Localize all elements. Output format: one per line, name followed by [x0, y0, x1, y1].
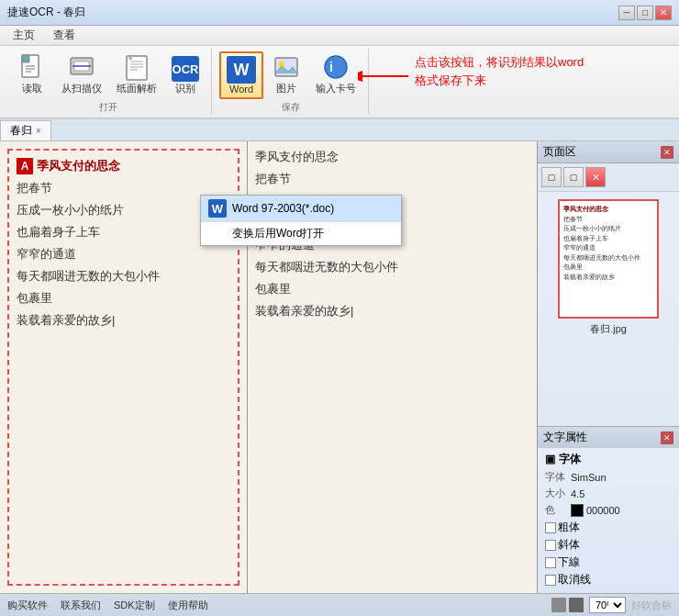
- prop-color-label: 色: [545, 503, 571, 517]
- right-panel: 页面区 ✕ □ □ ✕ 季风支付的思念 把春节 压成一枚小小的纸片 也扁着身子上…: [537, 141, 679, 593]
- image-button[interactable]: 图片: [265, 49, 307, 99]
- result-line-7: 包裹里: [255, 281, 529, 297]
- title-controls: ─ □ ✕: [618, 6, 672, 20]
- toolbar-group-save: W Word 图片 i: [214, 49, 369, 114]
- word-small-icon: W: [208, 199, 227, 218]
- checkbox-strikethrough[interactable]: 取消线: [545, 572, 672, 588]
- page-tool-1[interactable]: □: [541, 167, 562, 187]
- tab-close-icon[interactable]: ×: [36, 126, 41, 136]
- image-label: 图片: [276, 82, 296, 95]
- page-thumbnail-area: 季风支付的思念 把春节 压成一枚小小的纸片 也扁着身子上车 窄窄的通道 每天都咽…: [538, 192, 679, 426]
- ocr-line-8: 装载着亲爱的故乡|: [17, 312, 230, 329]
- page-tool-2[interactable]: □: [563, 167, 584, 187]
- prop-font: 字体 SimSun: [545, 470, 672, 484]
- page-filename: 春归.jpg: [590, 322, 627, 336]
- parse-button[interactable]: ≡ 纸面解析: [110, 49, 163, 99]
- svg-text:≡: ≡: [128, 55, 132, 62]
- ocr-line-2: 把春节: [17, 180, 230, 196]
- prop-size-value: 4.5: [571, 488, 672, 499]
- sdk-link[interactable]: SDK定制: [114, 599, 155, 612]
- open-group-label: 打开: [99, 101, 117, 114]
- buy-software-link[interactable]: 购买软件: [7, 599, 48, 612]
- word97-label: Word 97-2003(*.doc): [232, 202, 334, 215]
- help-link[interactable]: 使用帮助: [168, 599, 208, 612]
- status-right: 70% 100% 50% 好软合标: [551, 597, 672, 613]
- page-area-tools: □ □ ✕: [538, 163, 679, 192]
- maximize-button[interactable]: □: [637, 6, 653, 20]
- word-button[interactable]: W Word: [219, 51, 263, 99]
- zoom-select[interactable]: 70% 100% 50%: [589, 597, 626, 613]
- menu-item-home[interactable]: 主页: [4, 26, 44, 45]
- prop-font-label: 字体: [545, 470, 571, 484]
- parse-icon: ≡: [122, 52, 151, 82]
- minimize-button[interactable]: ─: [618, 6, 635, 20]
- open-word-label: 变换后用Word打开: [232, 226, 324, 241]
- ocr-line-1: A 季风支付的思念: [17, 158, 230, 174]
- close-button[interactable]: ✕: [655, 6, 672, 20]
- prop-color: 色 000000: [545, 503, 672, 517]
- text-props-header: 文字属性 ✕: [538, 427, 679, 448]
- checkbox-underline[interactable]: 下線: [545, 554, 672, 570]
- tab-bar: 春归 ×: [0, 119, 679, 141]
- scan-icon: [67, 52, 96, 82]
- read-button[interactable]: 读取: [11, 49, 53, 99]
- toolbar-group-open: 读取 从扫描仪: [6, 49, 212, 114]
- status-bar: 购买软件 联系我们 SDK定制 使用帮助 70% 100% 50% 好软合标: [0, 593, 679, 616]
- annotation: 点击该按钮，将识别结果以word 格式保存下来: [358, 53, 584, 95]
- page-area-header: 页面区 ✕: [538, 141, 679, 163]
- dropdown-item-open-word[interactable]: 变换后用Word打开: [201, 222, 401, 245]
- dropdown-item-word97[interactable]: W Word 97-2003(*.doc): [201, 196, 401, 221]
- status-links: 购买软件 联系我们 SDK定制 使用帮助: [7, 599, 208, 612]
- input-button[interactable]: i 输入卡号: [309, 49, 362, 99]
- scan-button[interactable]: 从扫描仪: [55, 49, 108, 99]
- color-swatch: [571, 504, 584, 517]
- app-title: 捷速OCR - 春归: [7, 5, 85, 20]
- ocr-icon: OCR: [172, 56, 199, 82]
- page-thumbnail: 季风支付的思念 把春节 压成一枚小小的纸片 也扁着身子上车 窄窄的通道 每天都咽…: [558, 199, 659, 319]
- save-format-dropdown[interactable]: W Word 97-2003(*.doc) 变换后用Word打开: [200, 195, 402, 246]
- svg-rect-1: [22, 55, 29, 62]
- scan-label: 从扫描仪: [61, 82, 102, 95]
- ocr-label: 识别: [175, 82, 195, 95]
- result-line-6: 每天都咽进无数的大包小件: [255, 259, 529, 275]
- text-props-close[interactable]: ✕: [661, 431, 673, 444]
- image-icon: [272, 52, 301, 82]
- read-icon: [17, 52, 47, 82]
- ocr-icon: A: [17, 158, 33, 174]
- text-props-panel: 文字属性 ✕ ▣字体 字体 SimSun 大小 4.5 色 0000: [538, 426, 679, 593]
- toolbar: 读取 从扫描仪: [0, 46, 679, 119]
- tab-label: 春归: [10, 123, 32, 139]
- contact-us-link[interactable]: 联系我们: [61, 599, 101, 612]
- ocr-line-4: 也扁着身子上车: [17, 224, 230, 241]
- input-label: 输入卡号: [316, 82, 356, 95]
- result-line-2: 把春节: [255, 171, 529, 187]
- ocr-line-3: 压成一枚小小的纸片: [17, 202, 230, 218]
- ocr-button[interactable]: OCR 识别: [165, 52, 206, 99]
- menu-item-view[interactable]: 查看: [44, 26, 84, 45]
- prop-color-value: 000000: [586, 505, 672, 516]
- menu-bar: 主页 查看: [0, 26, 679, 46]
- title-bar: 捷速OCR - 春归 ─ □ ✕: [0, 0, 679, 26]
- annotation-text: 点击该按钮，将识别结果以word 格式保存下来: [415, 53, 584, 89]
- parse-label: 纸面解析: [117, 82, 157, 95]
- svg-text:i: i: [329, 60, 333, 74]
- main-area: W Word 97-2003(*.doc) 变换后用Word打开 A 季风支付的…: [0, 141, 679, 593]
- svg-point-16: [325, 56, 347, 78]
- prop-size: 大小 4.5: [545, 487, 672, 500]
- page-tool-delete[interactable]: ✕: [585, 167, 606, 187]
- taskbar-icons: [551, 598, 584, 612]
- prop-font-value: SimSun: [571, 472, 672, 483]
- font-section-title: ▣字体: [545, 452, 672, 467]
- input-icon: i: [321, 52, 351, 82]
- save-group-label: 保存: [282, 101, 300, 114]
- result-line-1: 季风支付的思念: [255, 149, 529, 165]
- checkbox-bold[interactable]: 粗体: [545, 520, 672, 535]
- checkbox-italic[interactable]: 斜体: [545, 537, 672, 553]
- tab-chunhui[interactable]: 春归 ×: [0, 120, 51, 140]
- ocr-line-7: 包裹里: [17, 290, 230, 307]
- page-area-close[interactable]: ✕: [661, 146, 673, 159]
- result-line-8: 装载着亲爱的故乡|: [255, 303, 529, 319]
- ocr-line-6: 每天都咽进无数的大包小件: [17, 268, 230, 285]
- word-icon: W: [227, 56, 256, 84]
- ocr-line-5: 窄窄的通道: [17, 246, 230, 263]
